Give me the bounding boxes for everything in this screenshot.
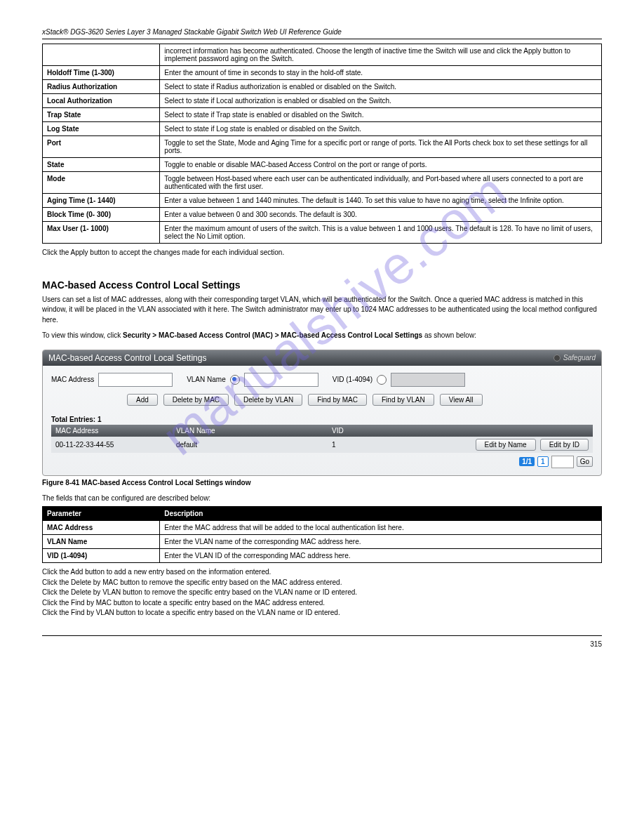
- desc-cell: Select to state if Local authorization i…: [160, 94, 602, 108]
- action-note: Click the Delete by VLAN button to remov…: [42, 588, 602, 598]
- find-by-mac-button[interactable]: Find by MAC: [308, 394, 367, 406]
- settings-panel: MAC-based Access Control Local Settings …: [42, 350, 602, 476]
- desc-cell: Enter the MAC address that will be added…: [160, 521, 602, 535]
- action-note: Click the Find by MAC button to locate a…: [42, 598, 602, 609]
- desc-cell: incorrect information has become authent…: [160, 44, 602, 66]
- nav-path-line: To view this window, click Security > MA…: [42, 331, 602, 341]
- desc-cell: Toggle to enable or disable MAC-based Ac…: [160, 158, 602, 172]
- pager-current: 1/1: [519, 457, 535, 466]
- desc-header: Description: [160, 507, 602, 521]
- grid-header-vlan: VLAN Name: [172, 425, 328, 437]
- param-cell: VLAN Name: [43, 535, 160, 549]
- param-cell: Holdoff Time (1-300): [43, 66, 160, 80]
- vid-label: VID (1-4094): [333, 376, 373, 383]
- safeguard-label: Safeguard: [554, 354, 596, 362]
- view-all-button[interactable]: View All: [440, 394, 483, 406]
- pager-total: 1: [537, 456, 549, 467]
- desc-cell: Select to state if Log state is enabled …: [160, 122, 602, 136]
- total-entries-label: Total Entries: 1: [51, 416, 593, 423]
- delete-by-mac-button[interactable]: Delete by MAC: [163, 394, 229, 406]
- input-row: MAC Address VLAN Name VID (1-4094): [51, 373, 593, 387]
- vlan-name-radio[interactable]: [230, 375, 240, 385]
- row-mac: 00-11-22-33-44-55: [51, 439, 172, 451]
- param-cell: VID (1-4094): [43, 549, 160, 563]
- param-cell: Block Time (0- 300): [43, 208, 160, 222]
- figure-caption: Figure 8-41 MAC-based Access Control Loc…: [42, 479, 602, 486]
- param-cell: Max User (1- 1000): [43, 222, 160, 244]
- header-divider: [42, 39, 602, 39]
- row-vlan: default: [172, 439, 328, 451]
- desc-cell: Enter the amount of time in seconds to s…: [160, 66, 602, 80]
- param-cell: State: [43, 158, 160, 172]
- desc-cell: Select to state if Trap state is enabled…: [160, 108, 602, 122]
- desc-cell: Enter a value between 1 and 1440 minutes…: [160, 194, 602, 208]
- param-cell: Trap State: [43, 108, 160, 122]
- vid-input[interactable]: [391, 373, 465, 387]
- mac-address-label: MAC Address: [51, 376, 94, 383]
- table2-intro: The fields that can be configured are de…: [42, 494, 602, 504]
- pager-input[interactable]: [551, 456, 574, 468]
- apply-note: Click the Apply button to accept the cha…: [42, 248, 602, 258]
- pager: 1/1 1 Go: [51, 456, 593, 468]
- nav-path: Security > MAC-based Access Control (MAC…: [123, 331, 422, 339]
- find-by-vlan-button[interactable]: Find by VLAN: [373, 394, 434, 406]
- desc-cell: Toggle to set the State, Mode and Aging …: [160, 136, 602, 158]
- vlan-name-input[interactable]: [244, 373, 318, 387]
- page-number: 315: [590, 640, 602, 648]
- param-cell: Mode: [43, 172, 160, 194]
- delete-by-vlan-button[interactable]: Delete by VLAN: [234, 394, 302, 406]
- param-cell: MAC Address: [43, 521, 160, 535]
- param-cell: Log State: [43, 122, 160, 136]
- vid-radio[interactable]: [377, 375, 387, 385]
- mac-address-input[interactable]: [98, 373, 173, 387]
- table-row: 00-11-22-33-44-55 default 1 Edit by Name…: [51, 437, 593, 453]
- edit-by-id-button[interactable]: Edit by ID: [540, 439, 589, 451]
- grid-header-mac: MAC Address: [51, 425, 172, 437]
- param-cell: Aging Time (1- 1440): [43, 194, 160, 208]
- pager-go-button[interactable]: Go: [577, 456, 593, 467]
- safeguard-text: Safeguard: [563, 354, 596, 362]
- action-note: Click the Delete by MAC button to remove…: [42, 578, 602, 588]
- nav-post: as shown below:: [424, 331, 476, 339]
- grid-header: MAC Address VLAN Name VID: [51, 425, 593, 437]
- desc-cell: Enter the VLAN name of the corresponding…: [160, 535, 602, 549]
- row-vid: 1: [328, 439, 444, 451]
- nav-pre: To view this window, click: [42, 331, 123, 339]
- parameters-continued-table: incorrect information has become authent…: [42, 44, 602, 244]
- edit-by-name-button[interactable]: Edit by Name: [476, 439, 536, 451]
- param-cell: [43, 44, 160, 66]
- desc-cell: Select to state if Radius authorization …: [160, 80, 602, 94]
- footer-divider: [42, 635, 602, 636]
- parameters-table: Parameter Description MAC AddressEnter t…: [42, 506, 602, 563]
- vlan-name-label: VLAN Name: [187, 376, 226, 383]
- param-header: Parameter: [43, 507, 160, 521]
- param-cell: Local Authorization: [43, 94, 160, 108]
- add-button[interactable]: Add: [127, 394, 158, 406]
- safeguard-icon: [554, 355, 561, 362]
- header-title: xStack® DGS-3620 Series Layer 3 Managed …: [42, 28, 342, 36]
- header-left: xStack® DGS-3620 Series Layer 3 Managed …: [42, 28, 602, 36]
- section-intro-paragraph: Users can set a list of MAC addresses, a…: [42, 295, 602, 326]
- desc-cell: Enter a value between 0 and 300 seconds.…: [160, 208, 602, 222]
- section-title: MAC-based Access Control Local Settings: [42, 279, 602, 291]
- param-cell: Radius Authorization: [43, 80, 160, 94]
- action-note: Click the Find by VLAN button to locate …: [42, 608, 602, 618]
- param-cell: Port: [43, 136, 160, 158]
- panel-titlebar: MAC-based Access Control Local Settings …: [43, 350, 601, 366]
- action-note: Click the Add button to add a new entry …: [42, 567, 602, 578]
- grid-header-vid: VID: [328, 425, 593, 437]
- desc-cell: Enter the maximum amount of users of the…: [160, 222, 602, 244]
- button-row: Add Delete by MAC Delete by VLAN Find by…: [127, 394, 593, 406]
- desc-cell: Toggle between Host-based where each use…: [160, 172, 602, 194]
- panel-title-text: MAC-based Access Control Local Settings: [48, 353, 206, 363]
- desc-cell: Enter the VLAN ID of the corresponding M…: [160, 549, 602, 563]
